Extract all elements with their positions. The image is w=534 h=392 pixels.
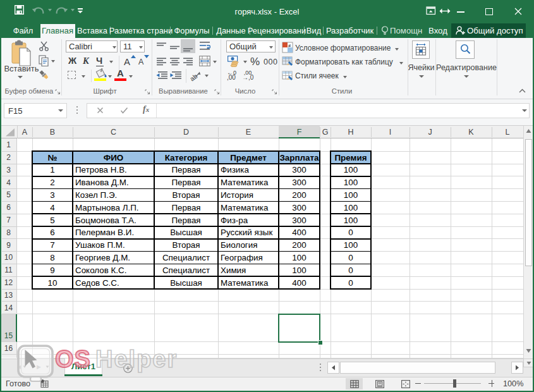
svg-text:ab: ab (190, 72, 199, 82)
svg-text:≠: ≠ (288, 43, 291, 49)
